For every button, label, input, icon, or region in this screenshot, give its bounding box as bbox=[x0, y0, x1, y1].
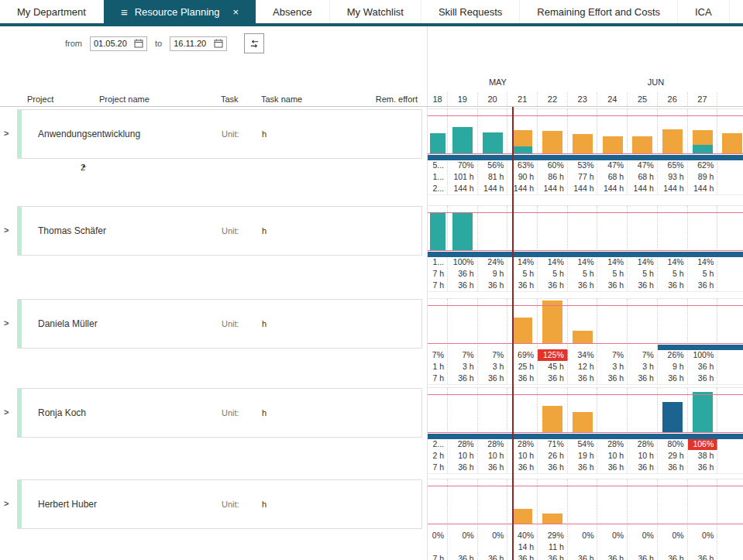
row-accent bbox=[18, 207, 22, 255]
resource-name: Anwendungsentwicklung bbox=[38, 129, 140, 139]
value-cell: 81 h bbox=[478, 171, 508, 183]
value-cell: 3 h bbox=[478, 361, 508, 373]
value-cell: 144 h bbox=[507, 183, 538, 194]
menu-icon[interactable]: ≡ bbox=[121, 6, 128, 18]
value-cell: 36 h bbox=[628, 462, 658, 473]
timeline-panel: MAYJUN 18192021222324252627 5...70%56%63… bbox=[427, 0, 743, 560]
tab-my-department[interactable]: My Department bbox=[0, 0, 104, 23]
value-cell: 0% bbox=[688, 530, 718, 541]
values-row-load: 14 h11 h bbox=[428, 541, 743, 553]
value-cell: 144 h bbox=[568, 183, 598, 194]
month-label: JUN bbox=[568, 77, 743, 90]
value-cell: 5 h bbox=[538, 268, 568, 280]
value-cell: 0% bbox=[658, 530, 688, 541]
value-cell: 36 h bbox=[658, 373, 688, 384]
baseline bbox=[428, 343, 743, 344]
value-cell: 28% bbox=[598, 438, 628, 450]
month-header: MAYJUN bbox=[428, 77, 743, 90]
value-cell bbox=[478, 541, 508, 553]
values-table: 5...70%56%63%60%53%47%47%65%62%1...101 h… bbox=[428, 160, 743, 195]
value-cell: 36 h bbox=[448, 373, 478, 384]
unit-label: Unit: bbox=[222, 500, 239, 509]
tab-my-watchlist[interactable]: My Watchlist bbox=[330, 0, 421, 23]
value-cell: 38 h bbox=[688, 450, 718, 462]
tab-label: ICA bbox=[695, 6, 712, 18]
value-cell: 7 h bbox=[428, 373, 448, 384]
expand-chevron[interactable]: > bbox=[4, 225, 9, 235]
week-label: 21 bbox=[507, 92, 538, 106]
calendar-icon[interactable] bbox=[214, 39, 223, 48]
resource-row[interactable]: Thomas SchäferUnit:h bbox=[17, 206, 422, 256]
resource-row[interactable]: Daniela MüllerUnit:h bbox=[17, 299, 422, 349]
calendar-icon[interactable] bbox=[134, 39, 143, 48]
values-row-pct: 7%7%7%69%125%34%7%7%26%100% bbox=[428, 349, 743, 361]
utilization-bar bbox=[512, 130, 532, 147]
sort-asc-icon: ▲ bbox=[81, 163, 87, 168]
value-cell: 36 h bbox=[688, 280, 718, 291]
value-cell: 36 h bbox=[598, 462, 628, 473]
value-cell: 36 h bbox=[598, 373, 628, 384]
to-label: to bbox=[155, 39, 162, 48]
col-task: Task bbox=[221, 94, 239, 104]
value-cell: 62% bbox=[688, 160, 718, 171]
utilization-bar bbox=[542, 301, 562, 344]
value-cell: 14% bbox=[568, 256, 598, 268]
value-cell: 0% bbox=[568, 530, 598, 541]
expand-chevron[interactable]: > bbox=[4, 499, 9, 508]
resource-row[interactable]: Ronja KochUnit:h bbox=[17, 388, 422, 438]
value-cell bbox=[717, 268, 743, 280]
value-cell: 26 h bbox=[538, 450, 568, 462]
resource-name: Thomas Schäfer bbox=[38, 225, 106, 236]
tab-absence[interactable]: Absence bbox=[256, 0, 330, 23]
values-row-pct: 5...70%56%63%60%53%47%47%65%62% bbox=[428, 160, 743, 171]
week-label: 19 bbox=[448, 92, 478, 106]
resource-row[interactable]: Herbert HuberUnit:h bbox=[17, 479, 422, 529]
tab-skill-requests[interactable]: Skill Requests bbox=[421, 0, 520, 23]
value-cell bbox=[717, 280, 743, 291]
capacity-line bbox=[428, 115, 743, 116]
utilization-chart bbox=[428, 108, 743, 160]
resource-name: Herbert Huber bbox=[38, 499, 97, 510]
value-cell: 36 h bbox=[538, 373, 568, 384]
value-cell: 1... bbox=[428, 171, 448, 183]
value-cell: 36 h bbox=[448, 553, 478, 560]
unit-label: Unit: bbox=[222, 319, 239, 328]
row-accent bbox=[18, 300, 22, 348]
tab-ica[interactable]: ICA bbox=[678, 0, 730, 23]
value-cell bbox=[717, 256, 743, 268]
utilization-bar bbox=[512, 509, 532, 524]
to-date-input[interactable]: 16.11.20 bbox=[170, 36, 227, 51]
resource-row[interactable]: AnwendungsentwicklungUnit:h bbox=[17, 109, 422, 159]
value-cell: 11 h bbox=[538, 541, 568, 553]
utilization-bar bbox=[573, 331, 593, 344]
expand-chevron[interactable]: > bbox=[4, 407, 9, 417]
value-cell: 14% bbox=[538, 256, 568, 268]
expand-chevron[interactable]: > bbox=[4, 129, 9, 138]
utilization-chart bbox=[428, 205, 743, 257]
value-cell bbox=[717, 373, 743, 384]
expand-chevron[interactable]: > bbox=[4, 318, 9, 328]
value-cell: 65% bbox=[658, 160, 688, 171]
month-label: MAY bbox=[428, 77, 568, 90]
col-project-name: Project name bbox=[99, 94, 150, 104]
refresh-button[interactable] bbox=[244, 33, 264, 53]
value-cell: 14 h bbox=[507, 541, 538, 553]
value-cell bbox=[598, 541, 628, 553]
value-cell: 14% bbox=[507, 256, 538, 268]
from-date-input[interactable]: 01.05.20 bbox=[90, 36, 147, 51]
tab-resource-planning[interactable]: ≡Resource Planning× bbox=[104, 0, 256, 23]
baseline bbox=[428, 153, 743, 154]
tab-remaining-effort-and-costs[interactable]: Remaining Effort and Costs bbox=[520, 0, 678, 23]
baseline bbox=[428, 432, 743, 433]
value-cell: 5... bbox=[428, 160, 448, 171]
values-row-load: 2 h10 h10 h10 h26 h19 h10 h10 h29 h38 h bbox=[428, 450, 743, 462]
close-icon[interactable]: × bbox=[233, 7, 239, 17]
value-cell: 14% bbox=[598, 256, 628, 268]
booked-bar bbox=[428, 434, 743, 439]
value-cell: 7% bbox=[598, 349, 628, 361]
from-label: from bbox=[65, 39, 82, 48]
week-label: 22 bbox=[538, 92, 568, 106]
value-cell: 70% bbox=[448, 160, 478, 171]
value-cell: 7 h bbox=[428, 268, 448, 280]
value-cell: 144 h bbox=[598, 183, 628, 194]
